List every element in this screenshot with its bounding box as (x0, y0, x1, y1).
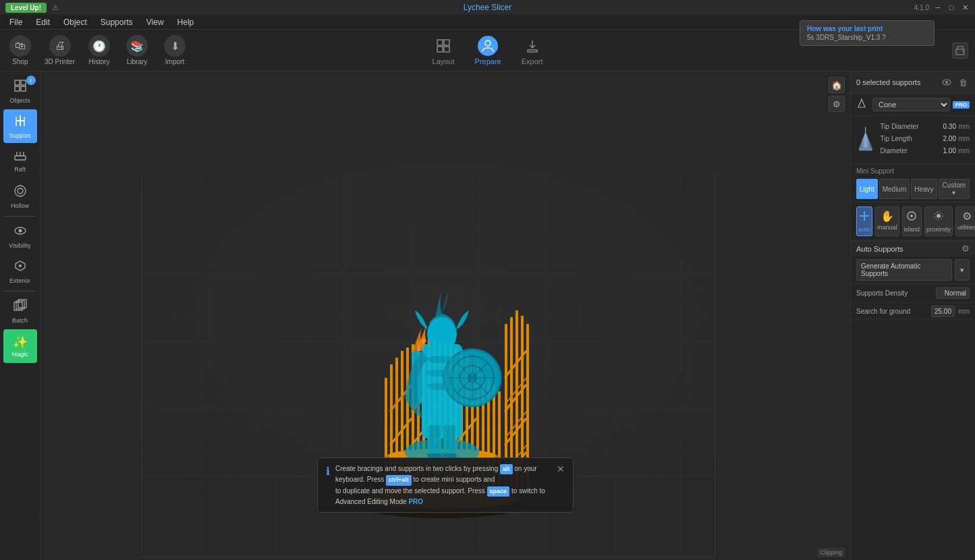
tip-length-label: Tip Length (881, 135, 912, 142)
toast-info-icon: ℹ (326, 465, 330, 478)
tip-diameter-value: 0.30 (943, 123, 956, 130)
sidebar-item-visibility[interactable]: Visibility (3, 219, 37, 253)
svg-rect-2 (437, 47, 443, 52)
size-custom-button[interactable]: Custom ▾ (939, 179, 970, 199)
key-ctrl-alt: ctrl+alt (386, 475, 412, 486)
maximize-button[interactable]: □ (947, 3, 956, 12)
toolbar-left: 🛍 Shop 🖨 3D Printer 🕐 History 📚 Library … (7, 35, 188, 65)
toolbar-shop[interactable]: 🛍 Shop (7, 35, 34, 65)
sidebar-item-support[interactable]: Support (3, 109, 37, 143)
tab-prepare[interactable]: Prepare (475, 36, 501, 65)
raft-icon (13, 150, 27, 165)
menu-supports[interactable]: Supports (94, 16, 140, 28)
generate-supports-button[interactable]: Generate Automatic Supports (856, 259, 952, 281)
menu-file[interactable]: File (3, 16, 29, 28)
svg-point-23 (19, 264, 22, 267)
menu-edit[interactable]: Edit (29, 16, 57, 28)
settings-view-button[interactable]: ⚙ (829, 96, 845, 112)
warning-icon: ⚠ (52, 3, 59, 12)
property-table: Tip Diameter 0.30 mm Tip Length 2.00 mm (881, 120, 970, 157)
svg-rect-124 (859, 148, 872, 150)
size-medium-button[interactable]: Medium (879, 179, 910, 199)
svg-rect-7 (21, 80, 26, 85)
viewport[interactable]: 🏠 ⚙ Clipping ℹ Create bracings and suppo… (40, 72, 850, 560)
auto-supports-settings-button[interactable]: ⚙ (962, 244, 970, 254)
cone-preview-image (856, 120, 875, 157)
toolbar-tabs: Layout Prepare Export (433, 36, 543, 65)
close-button[interactable]: ✕ (960, 3, 970, 12)
support-modes: auto ✋ manual island proximity ⚙ utili (851, 202, 975, 241)
menu-help[interactable]: Help (171, 16, 201, 28)
utilities-mode-icon: ⚙ (962, 210, 972, 223)
sidebar-item-objects[interactable]: i Objects (3, 74, 37, 108)
diameter-label: Diameter (881, 147, 908, 155)
menu-view[interactable]: View (140, 16, 171, 28)
menu-object[interactable]: Object (57, 16, 94, 28)
toolbar-import[interactable]: ⬇ Import (161, 35, 188, 65)
prepare-icon (478, 36, 498, 56)
toolbar-right (952, 43, 968, 59)
prepare-label: Prepare (475, 57, 501, 65)
selected-supports-label: 0 selected supports (856, 78, 920, 86)
tab-export[interactable]: Export (522, 36, 543, 65)
right-panel: 0 selected supports 🗑 Cone PRO (850, 72, 975, 560)
svg-rect-6 (15, 80, 20, 85)
mode-proximity-button[interactable]: proximity (924, 206, 953, 236)
import-icon: ⬇ (164, 35, 186, 57)
sidebar-item-raft[interactable]: Raft (3, 144, 37, 178)
svg-rect-8 (15, 86, 20, 91)
svg-point-109 (427, 316, 457, 352)
objects-label: Objects (9, 97, 30, 104)
home-view-button[interactable]: 🏠 (829, 77, 845, 93)
left-sidebar: i Objects Support Raft Hollow (0, 72, 40, 560)
search-ground-value[interactable]: 25.00 (931, 306, 955, 317)
generate-dropdown-button[interactable]: ▾ (955, 259, 970, 281)
printer-label: 3D Printer (45, 58, 75, 65)
delete-supports-button[interactable]: 🗑 (956, 76, 970, 89)
sidebar-item-magic[interactable]: ✨ Magic (3, 329, 37, 363)
mini-support-label: Mini Support (851, 165, 975, 176)
svg-rect-14 (15, 156, 26, 160)
clipping-label: Clipping (817, 548, 845, 557)
print-preview-icon (952, 43, 968, 59)
level-up-button[interactable]: Level Up! (5, 3, 47, 13)
size-light-button[interactable]: Light (856, 179, 878, 199)
history-label: History (88, 58, 109, 65)
svg-point-19 (18, 188, 23, 194)
prop-tip-diameter: Tip Diameter 0.30 mm (881, 120, 970, 132)
shop-icon: 🛍 (9, 35, 31, 57)
toolbar-library[interactable]: 📚 Library (123, 35, 150, 65)
mode-utilities-button[interactable]: ⚙ utilities (955, 206, 975, 236)
mode-island-button[interactable]: island (902, 206, 922, 236)
search-ground-row: Search for ground 25.00 mm (851, 303, 975, 320)
minimize-button[interactable]: ─ (933, 3, 943, 12)
toolbar-history[interactable]: 🕐 History (86, 35, 113, 65)
proximity-mode-icon (932, 210, 945, 225)
key-alt: alt (500, 464, 513, 475)
mode-auto-button[interactable]: auto (856, 206, 872, 236)
app-title: Lychee Slicer (464, 3, 512, 12)
manual-mode-icon: ✋ (881, 210, 894, 223)
objects-icon (13, 79, 27, 96)
sidebar-item-batch[interactable]: Batch (3, 294, 37, 328)
exterior-label: Exterior (9, 277, 30, 284)
visibility-toggle-button[interactable] (940, 76, 953, 89)
support-type-select[interactable]: Cone (872, 98, 950, 111)
svg-rect-1 (444, 40, 449, 45)
svg-rect-120 (443, 425, 455, 455)
printer-icon: 🖨 (49, 35, 71, 57)
sidebar-item-hollow[interactable]: Hollow (3, 179, 37, 213)
sidebar-item-exterior[interactable]: Exterior (3, 254, 37, 288)
notification-popup: How was your last print 5s 3DRS_Starship… (800, 20, 935, 46)
tab-layout[interactable]: Layout (433, 36, 455, 65)
mode-manual-button[interactable]: ✋ manual (875, 206, 899, 236)
toast-close-button[interactable]: ✕ (557, 464, 565, 474)
svg-point-122 (945, 81, 948, 84)
viewport-controls: 🏠 ⚙ (829, 77, 845, 112)
batch-icon (13, 299, 27, 316)
size-heavy-button[interactable]: Heavy (911, 179, 937, 199)
layout-icon (433, 36, 453, 56)
hollow-icon (13, 184, 27, 201)
magic-icon: ✨ (13, 335, 28, 349)
toolbar-3dprinter[interactable]: 🖨 3D Printer (45, 35, 75, 65)
